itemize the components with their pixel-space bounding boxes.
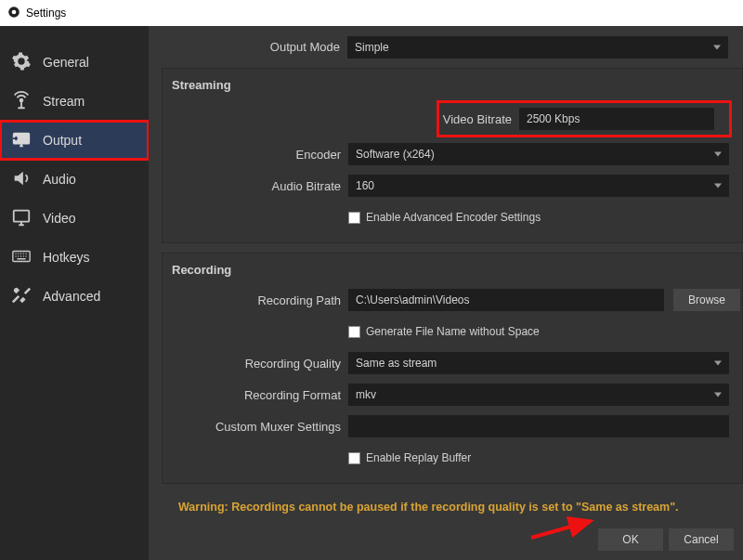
output-mode-label: Output Mode	[162, 40, 347, 54]
ok-button[interactable]: OK	[598, 528, 663, 551]
svg-rect-4	[14, 210, 30, 221]
svg-point-1	[12, 9, 17, 14]
recording-quality-label: Recording Quality	[163, 357, 348, 371]
checkbox-label: Generate File Name without Space	[366, 325, 540, 338]
checkbox-icon	[348, 326, 360, 338]
sidebar-item-label: General	[43, 55, 89, 70]
sidebar-item-hotkeys[interactable]: Hotkeys	[0, 238, 149, 277]
advanced-encoder-checkbox[interactable]: Enable Advanced Encoder Settings	[348, 211, 541, 224]
sidebar-item-label: Video	[43, 211, 76, 226]
encoder-label: Encoder	[163, 148, 348, 162]
sidebar-item-audio[interactable]: Audio	[0, 160, 149, 199]
audio-bitrate-label: Audio Bitrate	[163, 179, 348, 193]
content-area: Output Mode Simple Streaming Video Bitra…	[149, 26, 743, 560]
svg-line-6	[531, 521, 591, 538]
sidebar-item-label: Audio	[43, 172, 76, 187]
monitor-export-icon	[11, 129, 32, 152]
muxer-input[interactable]	[348, 415, 729, 437]
sidebar-item-general[interactable]: General	[0, 43, 149, 82]
muxer-label: Custom Muxer Settings	[163, 420, 348, 434]
recording-path-input[interactable]	[348, 289, 664, 311]
streaming-title: Streaming	[163, 76, 742, 101]
warning-text: Warning: Recordings cannot be paused if …	[162, 488, 743, 514]
checkbox-label: Enable Replay Buffer	[366, 451, 471, 464]
annotation-arrow-icon	[529, 515, 604, 543]
keyboard-icon	[11, 246, 32, 269]
recording-panel: Recording Recording Path Browse Generate…	[162, 253, 743, 484]
recording-format-select[interactable]: mkv	[348, 384, 729, 406]
sidebar-item-label: Advanced	[43, 289, 100, 304]
checkbox-icon	[348, 452, 360, 464]
sidebar-item-video[interactable]: Video	[0, 199, 149, 238]
checkbox-icon	[348, 212, 360, 224]
tools-icon	[11, 285, 32, 308]
bottom-bar: OK Cancel	[162, 514, 743, 560]
sidebar-item-output[interactable]: Output	[0, 121, 149, 160]
app-icon	[7, 6, 20, 21]
recording-quality-select[interactable]: Same as stream	[348, 352, 729, 374]
titlebar: Settings	[0, 0, 743, 26]
gear-icon	[11, 51, 32, 74]
video-bitrate-input[interactable]: 2500 Kbps	[519, 108, 714, 130]
recording-format-label: Recording Format	[163, 388, 348, 402]
sidebar-item-label: Hotkeys	[43, 250, 90, 265]
sidebar-item-label: Output	[43, 133, 82, 148]
audio-bitrate-select[interactable]: 160	[348, 175, 729, 197]
sidebar-item-advanced[interactable]: Advanced	[0, 277, 149, 316]
sidebar-item-label: Stream	[43, 94, 85, 109]
sidebar: General Stream Output Audio Video Hotkey…	[0, 26, 149, 560]
gen-filename-checkbox[interactable]: Generate File Name without Space	[348, 325, 540, 338]
checkbox-label: Enable Advanced Encoder Settings	[366, 211, 541, 224]
browse-button[interactable]: Browse	[673, 289, 740, 311]
recording-title: Recording	[163, 261, 742, 286]
speaker-icon	[11, 168, 32, 191]
recording-path-label: Recording Path	[163, 293, 348, 307]
sidebar-item-stream[interactable]: Stream	[0, 82, 149, 121]
window-title: Settings	[26, 7, 66, 20]
streaming-panel: Streaming Video Bitrate 2500 Kbps Encode…	[162, 68, 743, 243]
video-bitrate-label: Video Bitrate	[437, 112, 519, 126]
replay-buffer-checkbox[interactable]: Enable Replay Buffer	[348, 451, 471, 464]
monitor-icon	[11, 207, 32, 230]
antenna-icon	[11, 90, 32, 113]
cancel-button[interactable]: Cancel	[669, 528, 734, 551]
output-mode-select[interactable]: Simple	[347, 36, 728, 59]
encoder-select[interactable]: Software (x264)	[348, 143, 729, 165]
